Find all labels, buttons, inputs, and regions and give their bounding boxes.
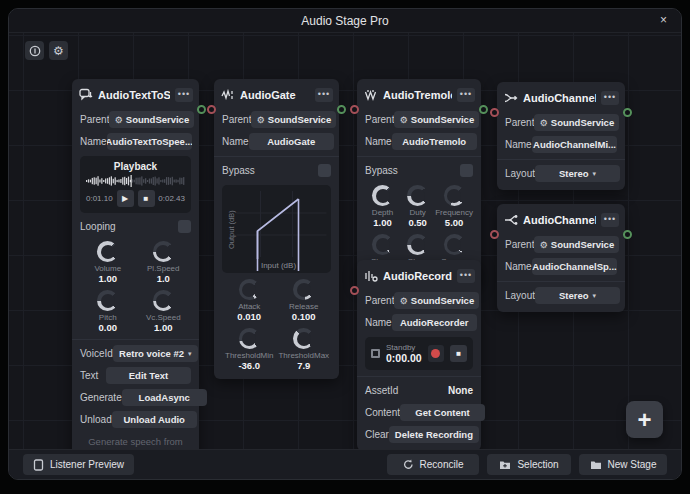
- delete-recording-button[interactable]: Delete Recording: [389, 426, 479, 443]
- input-port[interactable]: [490, 230, 499, 239]
- play-button[interactable]: ▶: [117, 190, 134, 207]
- attack-knob[interactable]: [239, 279, 260, 300]
- panel-header[interactable]: AudioChannelMixer •••: [503, 87, 619, 109]
- input-port[interactable]: [207, 105, 216, 114]
- panel-menu-button[interactable]: •••: [601, 213, 619, 227]
- panel-menu-button[interactable]: •••: [315, 88, 333, 102]
- record-button[interactable]: [428, 345, 445, 362]
- reconcile-button[interactable]: Reconcile: [387, 454, 479, 475]
- panel-menu-button[interactable]: •••: [601, 91, 619, 105]
- knob-thresholdmax: ThresholdMax 7.9: [277, 328, 332, 371]
- name-field[interactable]: AudioRecorder: [392, 314, 477, 331]
- parent-value: SoundService: [126, 114, 189, 125]
- info-button[interactable]: [25, 41, 44, 60]
- new-stage-button[interactable]: New Stage: [579, 454, 667, 475]
- panel-header[interactable]: AudioChannelSplitter •••: [503, 209, 619, 231]
- name-field[interactable]: AudioTextToSpee...: [107, 133, 192, 150]
- output-port[interactable]: [197, 105, 206, 114]
- status-square-icon: [371, 349, 380, 358]
- folder-icon: [590, 459, 602, 470]
- frequency-knob[interactable]: [444, 185, 465, 206]
- name-field[interactable]: AudioChannelSp...: [532, 258, 617, 275]
- knob-frequency: Frequency 5.00: [435, 185, 473, 228]
- layout-dropdown[interactable]: Stereo▾: [535, 165, 620, 182]
- panel-header[interactable]: AudioTextToSpeech •••: [78, 84, 193, 106]
- release-knob[interactable]: [293, 279, 314, 300]
- panel-menu-button[interactable]: •••: [175, 88, 193, 102]
- parent-label: Parent: [222, 114, 251, 125]
- input-port[interactable]: [490, 108, 499, 117]
- looping-checkbox[interactable]: [178, 220, 191, 233]
- parent-label: Parent: [505, 239, 534, 250]
- recorder-icon: [363, 269, 378, 284]
- thresholdmax-knob[interactable]: [293, 328, 314, 349]
- panel-header[interactable]: AudioGate •••: [220, 84, 333, 106]
- name-field[interactable]: AudioGate: [249, 133, 334, 150]
- parent-button[interactable]: ⚙SoundService: [251, 111, 336, 128]
- voiceid-dropdown[interactable]: Retro voice #2▾: [113, 345, 198, 362]
- loadasync-button[interactable]: LoadAsync: [122, 389, 207, 406]
- name-field[interactable]: AudioTremolo: [392, 133, 477, 150]
- duty-knob[interactable]: [407, 185, 428, 206]
- layout-dropdown[interactable]: Stereo▾: [535, 287, 620, 304]
- name-label: Name: [505, 139, 532, 150]
- skew-knob[interactable]: [407, 234, 428, 255]
- volume-knob[interactable]: [97, 241, 118, 262]
- graph-xlabel: Input (dB): [261, 261, 296, 270]
- output-port[interactable]: [337, 105, 346, 114]
- close-button[interactable]: ×: [660, 13, 667, 27]
- input-port[interactable]: [350, 105, 359, 114]
- parent-button[interactable]: ⚙SoundService: [109, 111, 194, 128]
- panel-audiochannelsplitter: AudioChannelSplitter ••• Parent ⚙SoundSe…: [497, 204, 625, 312]
- parent-button[interactable]: ⚙SoundService: [534, 236, 619, 253]
- unload-label: Unload: [80, 414, 112, 425]
- settings-button[interactable]: ⚙: [49, 41, 68, 60]
- parent-button[interactable]: ⚙SoundService: [394, 292, 479, 309]
- output-port[interactable]: [623, 108, 632, 117]
- output-port[interactable]: [479, 105, 488, 114]
- output-port[interactable]: [623, 230, 632, 239]
- parent-value: SoundService: [551, 117, 614, 128]
- panel-title: AudioChannelMixer: [523, 92, 596, 104]
- thresholdmin-knob[interactable]: [239, 328, 260, 349]
- edit-text-button[interactable]: Edit Text: [106, 367, 191, 384]
- name-label: Name: [505, 261, 532, 272]
- panel-menu-button[interactable]: •••: [457, 269, 475, 283]
- parent-button[interactable]: ⚙SoundService: [394, 111, 479, 128]
- knob-depth: Depth 1.00: [365, 185, 400, 228]
- gate-transfer-graph[interactable]: Output (dB) Input (dB): [222, 185, 331, 273]
- input-port[interactable]: [350, 286, 359, 295]
- plspeed-knob[interactable]: [153, 241, 174, 262]
- assetid-label: AssetId: [365, 385, 398, 396]
- tremolo-icon: [363, 88, 378, 103]
- panel-title: AudioChannelSplitter: [523, 214, 596, 226]
- caret-down-icon: ▾: [188, 350, 192, 358]
- panel-menu-button[interactable]: •••: [457, 88, 475, 102]
- name-field[interactable]: AudioChannelMi...: [532, 136, 617, 153]
- caret-down-icon: ▾: [593, 292, 597, 300]
- panel-header[interactable]: AudioTremolo •••: [363, 84, 475, 106]
- selection-button[interactable]: Selection: [487, 454, 571, 475]
- parent-button[interactable]: ⚙SoundService: [534, 114, 619, 131]
- listener-preview-button[interactable]: Listener Preview: [23, 454, 134, 475]
- add-node-button[interactable]: +: [626, 401, 663, 438]
- stop-button[interactable]: ■: [450, 345, 467, 362]
- stop-icon: ■: [144, 194, 149, 203]
- bypass-checkbox[interactable]: [460, 164, 473, 177]
- bypass-checkbox[interactable]: [318, 164, 331, 177]
- shape-knob[interactable]: [372, 234, 393, 255]
- waveform[interactable]: [86, 175, 185, 187]
- vcspeed-knob[interactable]: [153, 290, 174, 311]
- panel-header[interactable]: AudioRecorder •••: [363, 265, 475, 287]
- knob-vcspeed: Vc.Speed 1.00: [136, 290, 192, 333]
- pitch-knob[interactable]: [97, 290, 118, 311]
- get-content-button[interactable]: Get Content: [400, 404, 485, 421]
- layout-label: Layout: [505, 290, 535, 301]
- gate-wave-icon: [220, 88, 235, 103]
- depth-knob[interactable]: [372, 185, 393, 206]
- stop-button[interactable]: ■: [138, 190, 155, 207]
- parent-value: SoundService: [411, 295, 474, 306]
- unload-audio-button[interactable]: Unload Audio: [112, 411, 197, 428]
- refresh-icon: [403, 459, 414, 470]
- square-knob[interactable]: [444, 234, 465, 255]
